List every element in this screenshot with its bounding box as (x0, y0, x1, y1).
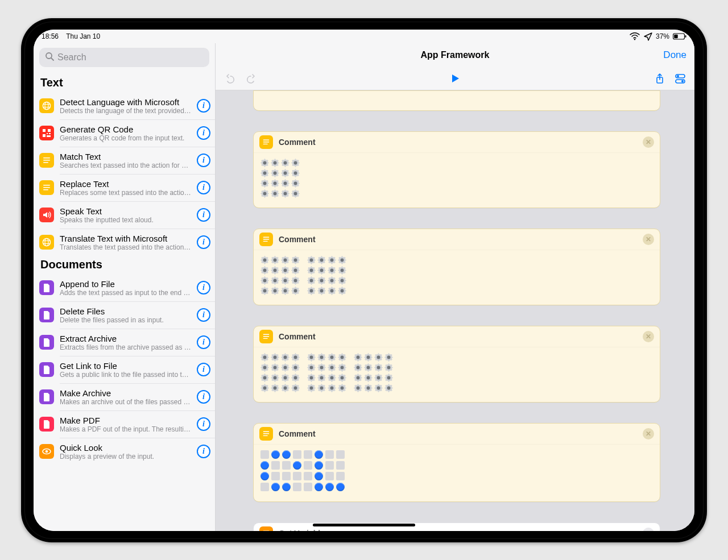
info-button[interactable]: i (197, 126, 210, 140)
action-list-item[interactable]: Append to FileAdds the text passed as in… (34, 275, 215, 301)
editor-toolbar (216, 67, 694, 90)
action-title: Speak Text (60, 206, 191, 216)
info-button[interactable]: i (197, 308, 210, 322)
pixel-off-icon (304, 461, 312, 470)
gear-icon (317, 287, 326, 295)
delete-action-button[interactable]: ✕ (643, 136, 654, 148)
pixel-off-icon (304, 483, 312, 491)
info-button[interactable]: i (197, 99, 210, 113)
action-card[interactable] (253, 90, 660, 111)
action-card-header[interactable]: Comment✕ (254, 326, 660, 347)
comment-action-card[interactable]: Comment✕ (253, 131, 660, 208)
action-title: Match Text (60, 152, 191, 161)
gear-icon (307, 256, 316, 264)
wifi-icon (630, 32, 640, 40)
action-subtitle: Gets a public link to the file passed in… (60, 371, 191, 379)
comment-body[interactable] (254, 445, 660, 501)
pixel-off-icon (293, 472, 301, 480)
redo-button[interactable] (246, 73, 257, 84)
delete-action-button[interactable]: ✕ (643, 331, 654, 342)
gear-icon (281, 276, 289, 285)
share-button[interactable] (655, 73, 665, 84)
action-card-title: Get Variable (279, 529, 325, 530)
gear-icon (354, 374, 362, 382)
action-title: Quick Look (60, 443, 191, 453)
comment-action-card[interactable]: Comment✕ (253, 326, 660, 403)
info-button[interactable]: i (197, 208, 210, 222)
comment-body[interactable] (254, 153, 660, 208)
delete-action-button[interactable]: ✕ (643, 428, 654, 439)
qrcode-icon (39, 126, 54, 140)
action-list-item[interactable]: Quick LookDisplays a preview of the inpu… (34, 438, 215, 465)
action-list-item[interactable]: Detect Language with MicrosoftDetects th… (34, 93, 215, 119)
action-list-item[interactable]: Get Link to FileGets a public link to th… (34, 356, 215, 383)
action-card-header[interactable]: Comment✕ (254, 229, 660, 250)
settings-button[interactable] (675, 73, 685, 84)
gear-icon (364, 353, 373, 362)
action-list-item[interactable]: Match TextSearches text passed into the … (34, 147, 215, 174)
pixel-off-icon (325, 461, 334, 470)
gear-icon (271, 256, 279, 264)
info-button[interactable]: i (197, 335, 210, 349)
info-button[interactable]: i (197, 281, 210, 294)
action-list-item[interactable]: Make ArchiveMakes an archive out of the … (34, 384, 215, 410)
action-card-title: Comment (279, 332, 316, 341)
info-button[interactable]: i (197, 390, 210, 404)
action-card-header[interactable]: Comment✕ (254, 424, 660, 445)
pixel-off-icon (271, 472, 280, 480)
gear-icon (271, 287, 279, 295)
undo-button[interactable] (225, 73, 235, 84)
gear-icon (271, 353, 279, 362)
gear-icon (338, 374, 346, 382)
gear-icon (338, 363, 346, 372)
gear-icon (364, 363, 373, 372)
gear-icon (307, 287, 316, 295)
sidebar-scroll[interactable]: TextDetect Language with MicrosoftDetect… (34, 74, 215, 531)
info-button[interactable]: i (197, 154, 210, 167)
action-list-item[interactable]: Delete FilesDelete the files passed in a… (34, 302, 215, 329)
info-button[interactable]: i (197, 363, 210, 376)
gear-icon (281, 266, 289, 275)
gear-icon (281, 374, 289, 382)
screen: 18:56 Thu Jan 10 37% Search TextDetect L… (34, 30, 694, 531)
gear-icon (338, 353, 346, 362)
comment-action-card[interactable]: Comment✕ (253, 423, 660, 502)
globe-icon (39, 235, 54, 250)
comment-body[interactable] (254, 250, 660, 305)
info-button[interactable]: i (197, 445, 210, 458)
gear-icon (281, 384, 289, 392)
gear-icon (374, 384, 383, 392)
delete-action-button[interactable]: ✕ (643, 234, 654, 245)
status-left: 18:56 Thu Jan 10 (42, 32, 100, 40)
gear-icon (260, 179, 269, 188)
battery-icon (673, 32, 686, 40)
action-title: Append to File (60, 279, 191, 289)
action-list-item[interactable]: Translate Text with MicrosoftTranslates … (34, 229, 215, 256)
action-list-item[interactable]: Generate QR CodeGenerates a QR code from… (34, 120, 215, 147)
actions-sidebar: Search TextDetect Language with Microsof… (34, 43, 216, 531)
done-button[interactable]: Done (663, 49, 686, 61)
gear-icon (374, 363, 383, 372)
gear-icon (374, 374, 383, 382)
info-button[interactable]: i (197, 235, 210, 249)
battery-percent: 37% (656, 32, 669, 40)
action-list-item[interactable]: Extract ArchiveExtracts files from the a… (34, 329, 215, 356)
action-subtitle: Generates a QR code from the input text. (60, 134, 191, 142)
delete-action-button[interactable]: ✕ (643, 528, 654, 530)
action-list-item[interactable]: Make PDFMakes a PDF out of the input. Th… (34, 411, 215, 438)
gear-icon (260, 363, 269, 372)
gear-icon (338, 256, 346, 264)
play-button[interactable] (450, 73, 460, 84)
editor-canvas[interactable]: Comment✕Comment✕Comment✕Comment✕Get Vari… (216, 90, 694, 530)
gear-icon (307, 363, 316, 372)
gear-icon (328, 363, 336, 372)
gear-icon (328, 287, 336, 295)
action-list-item[interactable]: Replace TextReplaces some text passed in… (34, 175, 215, 201)
info-button[interactable]: i (197, 417, 210, 431)
info-button[interactable]: i (197, 181, 210, 194)
action-list-item[interactable]: Speak TextSpeaks the inputted text aloud… (34, 202, 215, 229)
search-input[interactable]: Search (39, 48, 209, 67)
comment-action-card[interactable]: Comment✕ (253, 229, 660, 305)
comment-body[interactable] (254, 347, 660, 402)
action-card-header[interactable]: Comment✕ (254, 132, 660, 153)
